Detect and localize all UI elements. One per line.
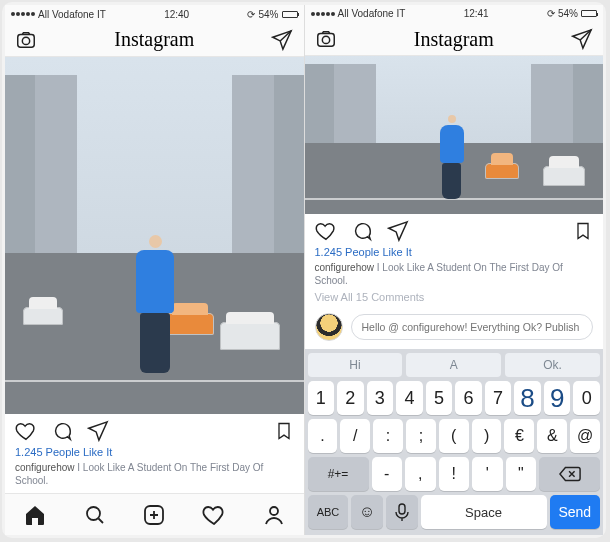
post-caption: configurehow I Look Like A Student On Th…	[15, 462, 294, 487]
home-icon[interactable]	[23, 503, 47, 527]
svg-point-1	[22, 37, 29, 44]
send-icon[interactable]	[271, 29, 293, 51]
keyboard-suggestions: Hi A Ok.	[308, 353, 601, 377]
svg-rect-7	[399, 504, 405, 514]
svg-point-6	[322, 36, 329, 43]
post-meta: 1.245 People Like It configurehow I Look…	[5, 444, 304, 493]
camera-icon[interactable]	[15, 29, 37, 51]
key-period[interactable]: .	[308, 419, 338, 453]
battery-icon	[581, 10, 597, 17]
signal-icon	[11, 12, 35, 16]
status-bar: All Vodafone IT 12:41 ⟳ 54%	[305, 5, 604, 23]
key-slash[interactable]: /	[340, 419, 370, 453]
key-lparen[interactable]: (	[439, 419, 469, 453]
activity-icon[interactable]	[202, 503, 226, 527]
post-photo[interactable]	[305, 56, 604, 214]
suggestion-3[interactable]: Ok.	[505, 353, 600, 377]
send-icon[interactable]	[571, 28, 593, 50]
caption-username[interactable]: configurehow	[15, 462, 74, 473]
likes-count[interactable]: 1.245 People Like It	[315, 246, 594, 258]
key-excl[interactable]: !	[439, 457, 470, 491]
key-mic[interactable]	[386, 495, 418, 529]
clock-label: 12:41	[405, 8, 547, 19]
search-icon[interactable]	[83, 503, 107, 527]
key-backspace[interactable]	[539, 457, 600, 491]
post-actions	[305, 214, 604, 244]
key-7[interactable]: 7	[485, 381, 512, 415]
key-colon[interactable]: :	[373, 419, 403, 453]
bookmark-icon[interactable]	[274, 420, 294, 442]
key-comma[interactable]: ,	[405, 457, 436, 491]
post-photo[interactable]	[5, 57, 304, 414]
key-5[interactable]: 5	[426, 381, 453, 415]
key-0[interactable]: 0	[573, 381, 600, 415]
like-icon[interactable]	[315, 220, 337, 242]
comment-input[interactable]	[351, 314, 594, 340]
signal-icon	[311, 12, 335, 16]
key-space[interactable]: Space	[421, 495, 547, 529]
key-6[interactable]: 6	[455, 381, 482, 415]
likes-count[interactable]: 1.245 People Like It	[15, 446, 294, 458]
key-4[interactable]: 4	[396, 381, 423, 415]
svg-point-4	[270, 507, 278, 515]
svg-point-2	[87, 507, 100, 520]
share-icon[interactable]	[87, 420, 109, 442]
tab-bar	[5, 493, 304, 535]
view-all-comments[interactable]: View All 15 Comments	[315, 291, 594, 303]
carrier-label: All Vodafone IT	[38, 9, 106, 20]
suggestion-2[interactable]: A	[406, 353, 501, 377]
battery-label: 54%	[558, 8, 578, 19]
comment-composer	[305, 309, 604, 349]
key-at[interactable]: @	[570, 419, 600, 453]
key-8[interactable]: 8	[514, 381, 541, 415]
svg-rect-0	[18, 34, 35, 47]
status-bar: All Vodafone IT 12:40 ⟳ 54%	[5, 5, 304, 23]
like-icon[interactable]	[15, 420, 37, 442]
battery-label: 54%	[258, 9, 278, 20]
key-apos[interactable]: '	[472, 457, 503, 491]
bookmark-icon[interactable]	[573, 220, 593, 242]
key-3[interactable]: 3	[367, 381, 394, 415]
key-1[interactable]: 1	[308, 381, 335, 415]
app-title: Instagram	[414, 28, 494, 51]
avatar[interactable]	[315, 313, 343, 341]
key-euro[interactable]: €	[504, 419, 534, 453]
key-dash[interactable]: -	[372, 457, 403, 491]
key-emoji[interactable]: ☺	[351, 495, 383, 529]
key-abc[interactable]: ABC	[308, 495, 349, 529]
phone-left: All Vodafone IT 12:40 ⟳ 54% Instagram	[5, 5, 304, 535]
key-9[interactable]: 9	[544, 381, 571, 415]
key-rparen[interactable]: )	[472, 419, 502, 453]
phone-right: All Vodafone IT 12:41 ⟳ 54% Instagram	[304, 5, 604, 535]
battery-icon	[282, 11, 298, 18]
key-symbols-toggle[interactable]: #+=	[308, 457, 369, 491]
carrier-label: All Vodafone IT	[338, 8, 406, 19]
comment-icon[interactable]	[351, 220, 373, 242]
comment-icon[interactable]	[51, 420, 73, 442]
svg-rect-5	[317, 34, 334, 47]
camera-icon[interactable]	[315, 28, 337, 50]
keyboard: Hi A Ok. 1 2 3 4 5 6 7 8 9 0 . / : ;	[305, 349, 604, 535]
add-post-icon[interactable]	[142, 503, 166, 527]
top-nav: Instagram	[5, 23, 304, 57]
caption-username[interactable]: configurehow	[315, 262, 374, 273]
key-2[interactable]: 2	[337, 381, 364, 415]
key-quote[interactable]: "	[506, 457, 537, 491]
post-caption: configurehow I Look Like A Student On Th…	[315, 262, 594, 287]
clock-label: 12:40	[106, 9, 248, 20]
top-nav: Instagram	[305, 23, 604, 57]
share-icon[interactable]	[387, 220, 409, 242]
key-send[interactable]: Send	[550, 495, 600, 529]
app-title: Instagram	[114, 28, 194, 51]
profile-icon[interactable]	[262, 503, 286, 527]
key-amp[interactable]: &	[537, 419, 567, 453]
key-semicolon[interactable]: ;	[406, 419, 436, 453]
post-actions	[5, 414, 304, 444]
post-meta: 1.245 People Like It configurehow I Look…	[305, 244, 604, 309]
suggestion-1[interactable]: Hi	[308, 353, 403, 377]
